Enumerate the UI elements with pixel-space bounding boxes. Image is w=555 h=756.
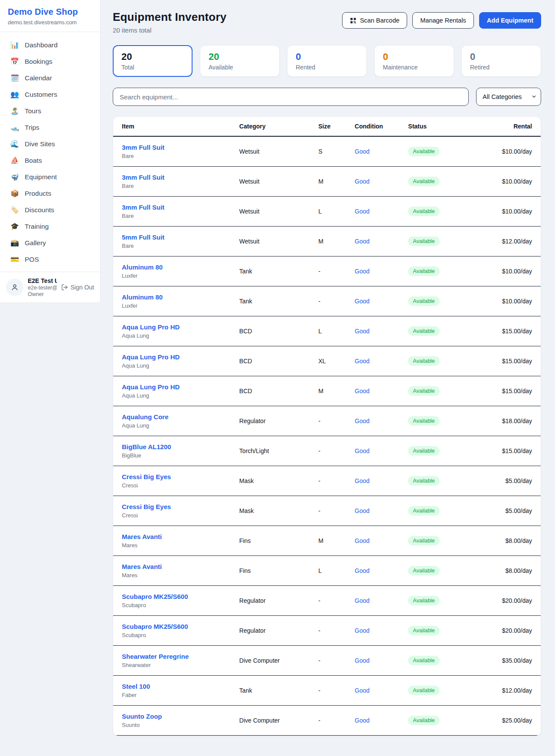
item-brand: Aqua Lung [122,332,239,339]
table-row[interactable]: 5mm Full Suit Bare Wetsuit M Good Availa… [113,227,541,256]
item-name-link[interactable]: Shearwater Peregrine [122,653,239,660]
item-name-link[interactable]: Aqualung Core [122,413,239,421]
item-name-link[interactable]: Aqua Lung Pro HD [122,383,239,391]
condition-link[interactable]: Good [355,178,369,185]
condition-link[interactable]: Good [355,268,369,275]
item-name-link[interactable]: BigBlue AL1200 [122,443,239,450]
condition-link[interactable]: Good [355,567,369,574]
item-name-link[interactable]: 3mm Full Suit [122,144,239,151]
table-row[interactable]: 3mm Full Suit Bare Wetsuit S Good Availa… [113,137,541,167]
item-name-link[interactable]: Aqua Lung Pro HD [122,353,239,361]
status-cell: Available [408,686,474,695]
item-name-link[interactable]: Scubapro MK25/S600 [122,593,239,600]
condition-link[interactable]: Good [355,507,369,514]
item-cell: Mares Avanti Mares [113,563,239,579]
item-brand: Cressi [122,482,239,489]
table-row[interactable]: BigBlue AL1200 BigBlue Torch/Light - Goo… [113,436,541,466]
condition-link[interactable]: Good [355,328,369,335]
item-name-link[interactable]: 5mm Full Suit [122,233,239,241]
status-badge: Available [408,237,440,246]
stat-card-maintenance[interactable]: 0 Maintenance [374,45,454,77]
status-badge: Available [408,656,440,665]
manage-rentals-button[interactable]: Manage Rentals [412,12,474,29]
condition-link[interactable]: Good [355,417,369,424]
item-name-link[interactable]: Mares Avanti [122,533,239,540]
condition-link[interactable]: Good [355,148,369,155]
table-row[interactable]: Aqua Lung Pro HD Aqua Lung BCD M Good Av… [113,376,541,406]
table-row[interactable]: Aqualung Core Aqua Lung Regulator - Good… [113,406,541,436]
item-name-link[interactable]: 3mm Full Suit [122,204,239,211]
sidebar-item-calendar[interactable]: 🗓️ Calendar [4,70,96,86]
table-row[interactable]: Mares Avanti Mares Fins M Good Available… [113,526,541,556]
status-badge: Available [408,416,440,426]
item-name-link[interactable]: Cressi Big Eyes [122,473,239,480]
table-row[interactable]: Aluminum 80 Luxfer Tank - Good Available… [113,256,541,286]
table-row[interactable]: 3mm Full Suit Bare Wetsuit L Good Availa… [113,197,541,227]
condition-link[interactable]: Good [355,687,369,694]
status-cell: Available [408,716,474,725]
condition-link[interactable]: Good [355,358,369,365]
item-name-link[interactable]: Aluminum 80 [122,263,239,271]
table-row[interactable]: Mares Avanti Mares Fins L Good Available… [113,556,541,586]
item-name-link[interactable]: 3mm Full Suit [122,174,239,181]
table-row[interactable]: Aqua Lung Pro HD Aqua Lung BCD L Good Av… [113,316,541,346]
condition-link[interactable]: Good [355,657,369,664]
sign-out-button[interactable]: Sign Out [61,284,94,291]
sidebar-item-training[interactable]: 🎓 Training [4,219,96,234]
stat-card-retired[interactable]: 0 Retired [461,45,541,77]
item-name-link[interactable]: Mares Avanti [122,563,239,570]
sidebar-item-discounts[interactable]: 🏷️ Discounts [4,202,96,218]
item-cell: Aluminum 80 Luxfer [113,263,239,279]
title-block: Equipment Inventory 20 items total [113,10,226,34]
sidebar-item-customers[interactable]: 👥 Customers [4,87,96,102]
stat-card-total[interactable]: 20 Total [113,45,193,77]
sidebar-item-pos[interactable]: 💳 POS [4,252,96,267]
sidebar-item-boats[interactable]: ⛵ Boats [4,153,96,168]
table-row[interactable]: Scubapro MK25/S600 Scubapro Regulator - … [113,586,541,616]
calendar-icon: 🗓️ [10,75,19,82]
table-row[interactable]: Cressi Big Eyes Cressi Mask - Good Avail… [113,466,541,496]
sidebar-item-gallery[interactable]: 📸 Gallery [4,235,96,251]
item-name-link[interactable]: Steel 100 [122,683,239,690]
condition-link[interactable]: Good [355,208,369,215]
sidebar-item-dive-sites[interactable]: 🌊 Dive Sites [4,136,96,152]
size-cell: - [318,657,355,664]
sign-out-label: Sign Out [71,284,94,291]
item-name-link[interactable]: Suunto Zoop [122,713,239,720]
sidebar-item-bookings[interactable]: 📅 Bookings [4,54,96,69]
condition-link[interactable]: Good [355,238,369,245]
item-name-link[interactable]: Cressi Big Eyes [122,503,239,510]
condition-link[interactable]: Good [355,298,369,305]
sidebar-item-equipment[interactable]: 🤿 Equipment [4,169,96,185]
stat-card-available[interactable]: 20 Available [200,45,280,77]
condition-link[interactable]: Good [355,717,369,724]
condition-link[interactable]: Good [355,477,369,484]
table-row[interactable]: Shearwater Peregrine Shearwater Dive Com… [113,646,541,676]
sidebar-item-tours[interactable]: 🏝️ Tours [4,103,96,119]
table-row[interactable]: Aluminum 80 Luxfer Tank - Good Available… [113,286,541,316]
sidebar-item-products[interactable]: 📦 Products [4,186,96,201]
condition-link[interactable]: Good [355,447,369,454]
condition-link[interactable]: Good [355,597,369,604]
search-input[interactable] [113,88,469,106]
condition-link[interactable]: Good [355,388,369,394]
table-row[interactable]: Steel 100 Faber Tank - Good Available $1… [113,676,541,706]
sidebar-item-dashboard[interactable]: 📊 Dashboard [4,37,96,53]
stat-card-rented[interactable]: 0 Rented [287,45,367,77]
table-row[interactable]: Cressi Big Eyes Cressi Mask - Good Avail… [113,496,541,526]
condition-link[interactable]: Good [355,627,369,634]
table-row[interactable]: Suunto Zoop Suunto Dive Computer - Good … [113,706,541,736]
item-name-link[interactable]: Scubapro MK25/S600 [122,623,239,630]
table-row[interactable]: Scubapro MK25/S600 Scubapro Regulator - … [113,616,541,646]
add-equipment-button[interactable]: Add Equipment [479,12,541,29]
condition-link[interactable]: Good [355,537,369,544]
item-name-link[interactable]: Aluminum 80 [122,293,239,301]
category-select[interactable]: All Categories [476,88,541,106]
table-row[interactable]: Aqua Lung Pro HD Aqua Lung BCD XL Good A… [113,346,541,376]
table-row[interactable]: 3mm Full Suit Bare Wetsuit M Good Availa… [113,167,541,197]
scan-barcode-button[interactable]: Scan Barcode [342,12,407,29]
item-name-link[interactable]: Aqua Lung Pro HD [122,323,239,331]
sidebar-item-trips[interactable]: 🛥️ Trips [4,120,96,135]
category-cell: Fins [239,537,318,544]
condition-cell: Good [355,537,408,545]
